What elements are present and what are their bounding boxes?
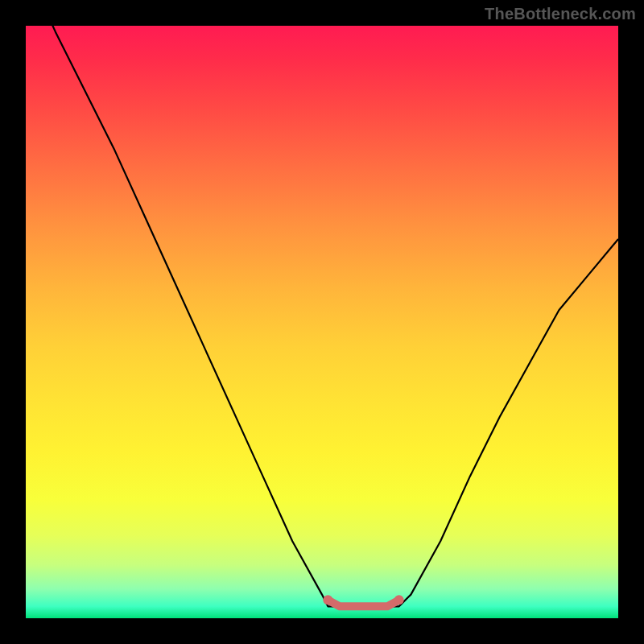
bottleneck-curve (26, 26, 618, 606)
watermark-text: TheBottleneck.com (485, 5, 636, 23)
optimal-highlight (328, 600, 398, 606)
highlight-end-dot-left (323, 595, 332, 605)
chart-frame: TheBottleneck.com (0, 0, 644, 644)
plot-area (26, 26, 618, 618)
highlight-end-dot-right (394, 595, 404, 605)
curve-layer (26, 26, 618, 618)
